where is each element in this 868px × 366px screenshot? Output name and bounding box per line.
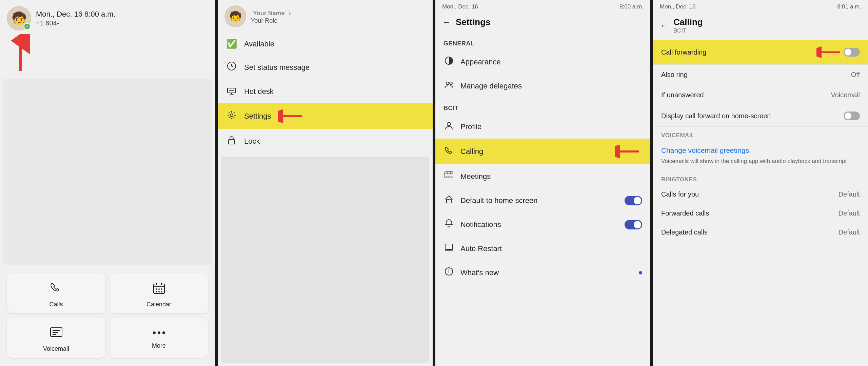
svg-rect-41 — [447, 199, 451, 203]
display-call-forward-toggle[interactable] — [844, 111, 860, 120]
settings-whats-new[interactable]: What's new — [435, 261, 650, 285]
settings-top-bar: ← Settings — [435, 12, 650, 33]
home-screen-label: Default to home screen — [460, 196, 618, 205]
menu-item-lock[interactable]: Lock — [218, 129, 433, 153]
hotdesk-icon — [226, 85, 237, 97]
menu-item-status[interactable]: Set status message — [218, 55, 433, 79]
calendar-button[interactable]: Calendar — [110, 273, 208, 313]
hotdesk-label: Hot desk — [244, 87, 274, 96]
also-ring-item[interactable]: Also ring Off — [653, 65, 868, 85]
calling-date: Mon., Dec. 16 — [660, 3, 696, 10]
settings-profile[interactable]: Profile — [435, 115, 650, 139]
settings-appearance[interactable]: Appearance — [435, 50, 650, 74]
header-text: Mon., Dec. 16 8:00 a.m. +1 604- — [36, 10, 208, 27]
voicemail-icon — [50, 326, 63, 342]
calls-for-you-value: Default — [839, 190, 860, 198]
calling-title-wrap: Calling BCIT — [673, 17, 861, 34]
svg-point-39 — [449, 176, 450, 177]
settings-manage-delegates[interactable]: Manage delegates — [435, 74, 650, 98]
profile-label: Profile — [460, 122, 642, 131]
forwarded-calls-label: Forwarded calls — [661, 209, 709, 217]
call-forwarding-toggle[interactable] — [844, 48, 860, 57]
svg-rect-27 — [229, 140, 235, 144]
voicemail-desc: Voicemails will show in the calling app … — [661, 157, 860, 165]
user-name: Your Name › — [251, 8, 291, 17]
red-arrow-settings-icon — [278, 109, 305, 123]
also-ring-label: Also ring — [661, 71, 851, 79]
notifications-toggle[interactable] — [625, 220, 642, 229]
more-button[interactable]: More — [110, 318, 208, 358]
svg-point-6 — [156, 288, 157, 290]
avatar-wrap: 🧒 — [7, 6, 31, 30]
svg-point-11 — [161, 291, 162, 292]
delegated-calls-label: Delegated calls — [661, 228, 708, 236]
settings-notifications[interactable]: Notifications — [435, 212, 650, 237]
user-role: Your Role — [251, 17, 291, 24]
notifications-label: Notifications — [460, 220, 618, 229]
calling-icon — [443, 146, 454, 158]
user-row: 🧒 Your Name › Your Role — [218, 0, 433, 33]
if-unanswered-item[interactable]: If unanswered Voicemail — [653, 85, 868, 105]
calls-button[interactable]: Calls — [7, 273, 105, 313]
settings-calling[interactable]: Calling — [435, 139, 650, 164]
svg-point-8 — [161, 288, 162, 290]
settings-meetings[interactable]: Meetings — [435, 164, 650, 188]
home-screen-toggle[interactable] — [625, 196, 642, 205]
panel-calling: Mon., Dec. 16 8:01 a.m. ← Calling BCIT C… — [653, 0, 868, 366]
settings-home-screen[interactable]: Default to home screen — [435, 188, 650, 212]
forwarded-calls-row[interactable]: Forwarded calls Default — [653, 204, 868, 223]
svg-point-31 — [447, 122, 451, 126]
auto-restart-label: Auto Restart — [460, 244, 642, 253]
status-bar: 🧒 Mon., Dec. 16 8:00 a.m. +1 604- — [0, 0, 215, 34]
more-icon — [152, 326, 166, 339]
svg-rect-34 — [445, 172, 453, 178]
whats-new-dot — [639, 271, 642, 274]
calls-icon — [50, 281, 63, 298]
voicemail-link[interactable]: Change voicemail greetings — [661, 146, 860, 155]
red-arrow-up-icon — [10, 34, 31, 75]
notifications-icon — [443, 219, 454, 230]
voicemail-section-label: Voicemail — [653, 127, 868, 141]
svg-point-29 — [446, 82, 449, 85]
display-call-forward-item[interactable]: Display call forward on home-screen — [653, 105, 868, 127]
menu-item-available[interactable]: ✅ Available — [218, 33, 433, 55]
delegated-calls-row[interactable]: Delegated calls Default — [653, 223, 868, 242]
profile-icon — [443, 121, 454, 133]
calls-label: Calls — [49, 301, 63, 308]
svg-point-16 — [153, 331, 156, 334]
phone-label: +1 604- — [36, 19, 208, 27]
call-forwarding-label: Call forwarding — [661, 48, 816, 56]
avatar2: 🧒 — [224, 5, 246, 27]
if-unanswered-value: Voicemail — [831, 91, 860, 99]
bottom-nav-grid: Calls Calendar Voicemail More — [0, 268, 215, 366]
red-arrow-calling-icon — [615, 145, 642, 158]
calling-back-button[interactable]: ← — [660, 20, 669, 31]
user-info: Your Name › Your Role — [251, 8, 291, 24]
settings-auto-restart[interactable]: Auto Restart — [435, 237, 650, 261]
menu-item-settings[interactable]: Settings — [218, 103, 433, 129]
menu-item-hotdesk[interactable]: Hot desk — [218, 79, 433, 103]
delegated-calls-value: Default — [839, 228, 860, 236]
calling-title: Calling — [673, 17, 861, 27]
status-label: Set status message — [244, 63, 310, 72]
settings-date: Mon., Dec. 16 — [442, 3, 478, 10]
whats-new-label: What's new — [460, 268, 633, 277]
svg-point-24 — [230, 114, 233, 117]
settings-title: Settings — [456, 17, 491, 27]
ringtones-section-label: Ringtones — [653, 171, 868, 185]
red-arrow-forwarding-icon — [816, 46, 844, 58]
settings-label: Settings — [244, 112, 271, 121]
voicemail-button[interactable]: Voicemail — [7, 318, 105, 358]
svg-point-38 — [447, 176, 448, 177]
lock-icon — [226, 135, 237, 147]
arrow-indicator — [10, 34, 215, 76]
appearance-icon — [443, 56, 454, 68]
settings-back-button[interactable]: ← — [442, 17, 451, 27]
home-icon — [443, 195, 454, 206]
calls-for-you-row[interactable]: Calls for you Default — [653, 185, 868, 204]
svg-point-18 — [162, 331, 165, 334]
more-label: More — [152, 342, 166, 349]
voicemail-section: Change voicemail greetings Voicemails wi… — [653, 141, 868, 171]
call-forwarding-item[interactable]: Call forwarding — [653, 40, 868, 65]
settings-time: 8:00 a.m. — [619, 3, 644, 10]
